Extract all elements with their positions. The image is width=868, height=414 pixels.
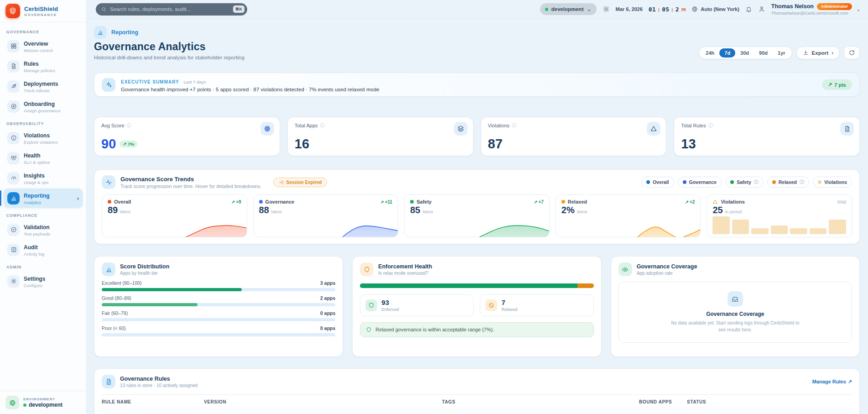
enforced-label: Enforced xyxy=(381,307,399,312)
sidebar-item-reporting[interactable]: ReportingAnalytics › xyxy=(4,189,83,208)
compass-icon xyxy=(7,100,20,113)
environment-value: development xyxy=(29,402,62,408)
legend-relaxed[interactable]: Relaxedⓘ xyxy=(767,177,809,188)
trend-delta: ↗+9 xyxy=(231,199,241,204)
info-icon[interactable]: ⓘ xyxy=(708,122,713,129)
tier-label: Good (80–89) xyxy=(102,295,131,301)
refresh-button[interactable] xyxy=(844,46,860,59)
role-badge: Administrator xyxy=(817,3,852,10)
download-icon xyxy=(803,50,809,56)
chevron-right-icon: › xyxy=(832,50,833,56)
clock-separator: : xyxy=(670,6,674,13)
alert-circle-icon xyxy=(7,132,20,144)
clock-hours: 01 xyxy=(649,6,656,13)
tier-label: Excellent (90–100) xyxy=(102,280,142,286)
legend-violations[interactable]: Violations xyxy=(813,177,852,188)
info-icon[interactable]: ⓘ xyxy=(320,122,325,129)
breadcrumb[interactable]: Reporting xyxy=(111,29,138,36)
legend-overall[interactable]: Overall xyxy=(641,177,674,188)
stat-value: 13 xyxy=(681,137,696,151)
layers-icon xyxy=(454,122,468,136)
bar-track xyxy=(102,318,335,321)
sidebar-item-overview[interactable]: OverviewMission control xyxy=(4,37,83,56)
range-7d-button[interactable]: 7d xyxy=(719,48,735,58)
tier-count: 2 apps xyxy=(320,295,335,301)
series-dot xyxy=(410,200,414,204)
trend-card-relaxed[interactable]: Relaxed↗+2 2%latest xyxy=(556,194,701,237)
stat-value: 90 xyxy=(101,137,116,151)
table-row[interactable]: API-Gateway-Security API gateway rate li… xyxy=(102,409,852,414)
item-label: Violations xyxy=(24,132,50,139)
sidebar-item-deployments[interactable]: DeploymentsTrack rollouts xyxy=(4,77,83,96)
card-title: Score Distribution xyxy=(120,263,169,270)
sparkline-governance xyxy=(254,215,398,237)
shield-icon xyxy=(366,327,372,333)
section-label-observability: OBSERVABILITY xyxy=(6,121,80,126)
series-dot xyxy=(108,200,111,204)
stat-card-total-rules: Total Rulesⓘ 13 xyxy=(674,117,860,156)
theme-sun-icon[interactable] xyxy=(603,5,610,13)
environment-dropdown[interactable]: development ⌄ xyxy=(540,3,597,15)
trend-card-safety[interactable]: Safety↗+7 85latest xyxy=(404,194,550,237)
environment-dropdown-value: development xyxy=(551,6,584,12)
timezone[interactable]: Auto (New York) xyxy=(691,6,739,12)
range-90d-button[interactable]: 90d xyxy=(754,48,773,58)
range-30d-button[interactable]: 30d xyxy=(735,48,754,58)
info-icon[interactable]: ⓘ xyxy=(127,122,131,129)
trend-delta: ↗+2 xyxy=(685,199,695,204)
sidebar-item-health[interactable]: HealthSLA & uptime xyxy=(4,148,83,168)
bell-icon[interactable] xyxy=(745,6,752,13)
distribution-row: Excellent (90–100)3 apps xyxy=(102,280,335,291)
stat-label: Violations xyxy=(488,123,510,128)
environment-label: ENVIRONMENT xyxy=(23,397,62,401)
enforcement-bar xyxy=(360,283,593,288)
environment-footer[interactable]: ENVIRONMENT development xyxy=(0,391,86,414)
status-dot xyxy=(545,8,548,11)
search-icon xyxy=(101,6,107,12)
sidebar-item-violations[interactable]: ViolationsExplore violations xyxy=(4,128,83,147)
bar-fill xyxy=(102,303,198,306)
col-rule-name: RULE NAME xyxy=(102,399,204,404)
manage-rules-link[interactable]: Manage Rules↗ xyxy=(812,379,852,385)
info-icon[interactable]: ⓘ xyxy=(512,122,516,129)
shortcut-badge: ⌘K xyxy=(233,5,245,13)
brand-tagline: GOVERNANCE xyxy=(24,13,58,17)
score-distribution-card: Score DistributionApps by health tier Ex… xyxy=(94,256,343,357)
legend-governance[interactable]: Governance xyxy=(678,177,722,188)
session-expired-badge[interactable]: Session Expired xyxy=(273,178,327,187)
sidebar-nav: GOVERNANCE OverviewMission control Rules… xyxy=(0,22,86,391)
sidebar-item-settings[interactable]: SettingsConfigure xyxy=(4,272,83,291)
range-24h-button[interactable]: 24h xyxy=(701,48,719,58)
legend-safety[interactable]: Safetyⓘ xyxy=(725,177,764,188)
trend-card-violations[interactable]: Violationstotal 25in period xyxy=(707,194,852,237)
clock-minutes: 05 xyxy=(662,6,669,13)
sidebar-item-audit[interactable]: AuditActivity log xyxy=(4,240,83,259)
range-1yr-button[interactable]: 1yr xyxy=(773,48,790,58)
item-sub: Configure xyxy=(24,283,45,288)
stat-label: Avg Score xyxy=(101,123,125,128)
search-input[interactable] xyxy=(110,6,230,12)
brand: CerbiShield GOVERNANCE xyxy=(0,0,86,22)
shield-icon xyxy=(360,262,374,276)
sparkline-relaxed xyxy=(556,215,701,237)
user-menu[interactable]: Thomas Nelson Administrator ThomasNelson… xyxy=(771,3,861,16)
trend-label: Governance xyxy=(265,199,295,204)
card-title: Governance Coverage xyxy=(637,263,697,270)
bar-track xyxy=(102,288,335,291)
search-bar[interactable]: ⌘K xyxy=(96,3,247,16)
trend-card-overall[interactable]: Overall↗+9 89latest xyxy=(102,194,247,237)
sidebar-item-validation[interactable]: ValidationTest payloads xyxy=(4,220,83,239)
user-icon[interactable] xyxy=(758,5,765,13)
sidebar-item-onboarding[interactable]: OnboardingAssign governance xyxy=(4,97,83,116)
info-icon: ⓘ xyxy=(800,179,804,185)
alert-triangle-icon xyxy=(712,199,718,204)
trend-card-governance[interactable]: Governance↗+11 88latest xyxy=(253,194,399,237)
governance-rules-card: Governance Rules13 rules in store · 10 a… xyxy=(94,368,860,414)
sidebar-item-rules[interactable]: RulesManage policies xyxy=(4,57,83,76)
trend-value: 88 xyxy=(259,205,269,215)
item-sub: Usage & ops xyxy=(24,180,48,185)
item-sub: SLA & uptime xyxy=(24,160,50,165)
export-button[interactable]: Export › xyxy=(796,47,840,59)
sidebar-item-insights[interactable]: InsightsUsage & ops xyxy=(4,168,83,188)
enforcement-health-card: Enforcement HealthIs relax mode overused… xyxy=(352,256,601,357)
